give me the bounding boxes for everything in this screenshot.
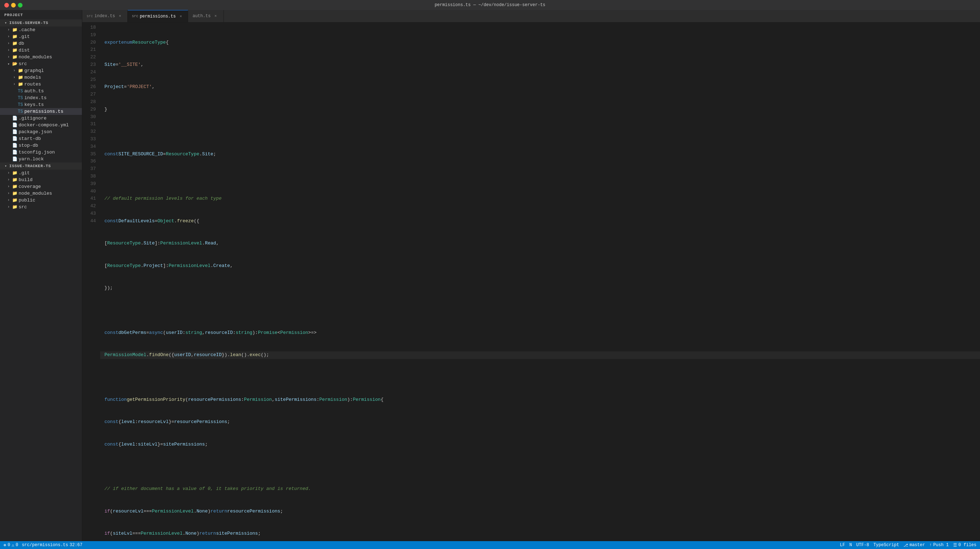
code-line-29: }); — [100, 284, 980, 292]
code-container[interactable]: 1819202122 2324252627 2829303132 3334353… — [82, 22, 980, 541]
sidebar-item-label: start-db — [18, 136, 41, 141]
status-charset[interactable]: UTF-8 — [856, 543, 869, 547]
status-bar: ⊗ 0 ⚠ 0 src/permissions.ts 32:67 LF N UT… — [0, 541, 980, 549]
sidebar-item-label: index.ts — [24, 95, 46, 101]
code-line-27: [ResourceType.Site]: PermissionLevel.Rea… — [100, 240, 980, 247]
editor-area: src index.ts × src permissions.ts × auth… — [82, 10, 980, 541]
folder-icon: 📁 — [11, 191, 18, 196]
folder-icon: 📁 — [11, 204, 18, 210]
chevron-right-icon: › — [6, 48, 11, 52]
tab-auth-ts[interactable]: auth.ts × — [188, 10, 224, 22]
files-icon: ☰ — [953, 543, 957, 548]
sidebar-item-label: .git — [18, 34, 30, 39]
status-files[interactable]: ☰ 0 files — [953, 543, 977, 548]
sidebar-item-label: yarn.lock — [18, 156, 44, 162]
tab-permissions-ts[interactable]: src permissions.ts × — [128, 10, 188, 22]
code-editor[interactable]: export enum ResourceType { Site = '__SIT… — [100, 22, 980, 541]
sidebar-item-node-modules2[interactable]: › 📁 node_modules — [0, 190, 82, 197]
sidebar-item-docker-compose[interactable]: 📄 docker-compose.yml — [0, 122, 82, 128]
chevron-right-icon: › — [6, 55, 11, 59]
chevron-right-icon: › — [11, 75, 17, 80]
window-controls[interactable] — [4, 3, 22, 8]
folder-icon: 📁 — [11, 184, 18, 189]
sidebar-item-stop-db[interactable]: 📄 stop-db — [0, 142, 82, 149]
sidebar-item-label: node_modules — [18, 191, 52, 196]
sidebar-item-label: docker-compose.yml — [18, 122, 69, 128]
close-button[interactable] — [4, 3, 9, 8]
chevron-right-icon: › — [6, 35, 11, 39]
sidebar-item-label: .gitignore — [18, 116, 46, 121]
sidebar-item-src[interactable]: ▾ 📂 src — [0, 61, 82, 67]
tab-index-ts[interactable]: src index.ts × — [82, 10, 128, 22]
sidebar-item-label: graphql — [24, 68, 44, 73]
chevron-right-icon: › — [6, 185, 11, 188]
code-line-18: export enum ResourceType { — [100, 39, 980, 46]
chevron-right-icon: › — [6, 192, 11, 195]
line-numbers: 1819202122 2324252627 2829303132 3334353… — [82, 22, 100, 541]
sidebar-item-auth-ts[interactable]: TS auth.ts — [0, 88, 82, 94]
sidebar-item-build[interactable]: › 📁 build — [0, 176, 82, 183]
status-line-ending[interactable]: LF — [840, 543, 845, 547]
status-git-branch[interactable]: ⎇ master — [904, 543, 925, 547]
sidebar-item-permissions-ts[interactable]: TS permissions.ts — [0, 108, 82, 115]
code-line-32: PermissionModel.findOne({ userID, resour… — [100, 351, 980, 359]
sidebar-item-yarn-lock[interactable]: 📄 yarn.lock — [0, 156, 82, 163]
folder-icon: 📁 — [11, 177, 18, 182]
branch-name: master — [910, 543, 925, 547]
status-language[interactable]: TypeScript — [873, 543, 899, 547]
tab-close-button[interactable]: × — [213, 13, 218, 19]
sidebar-item-dist[interactable]: › 📁 dist — [0, 47, 82, 54]
chevron-right-icon: › — [6, 28, 11, 32]
sidebar-item-src2[interactable]: › 📁 src — [0, 204, 82, 211]
sidebar-item-keys-ts[interactable]: TS keys.ts — [0, 101, 82, 108]
tab-close-button[interactable]: × — [117, 13, 123, 19]
sidebar-item-routes[interactable]: › 📁 routes — [0, 81, 82, 88]
chevron-right-icon: › — [6, 171, 11, 175]
sidebar-item-db[interactable]: › 📁 db — [0, 40, 82, 47]
maximize-button[interactable] — [18, 3, 22, 8]
status-encoding-n[interactable]: N — [850, 543, 852, 547]
warning-count: 0 — [16, 543, 18, 547]
current-file-label: src/permissions.ts — [22, 543, 68, 547]
sidebar-item-tsconfig[interactable]: 📄 tsconfig.json — [0, 149, 82, 156]
sidebar-item-public[interactable]: › 📁 public — [0, 197, 82, 204]
typescript-file-icon: TS — [17, 102, 24, 107]
sidebar-item-git[interactable]: › 📁 .git — [0, 33, 82, 40]
code-line-21: } — [100, 106, 980, 113]
status-push[interactable]: ↑ Push 1 — [929, 543, 948, 547]
sidebar-item-index-ts[interactable]: TS index.ts — [0, 94, 82, 101]
git-branch-icon: ⎇ — [904, 543, 908, 547]
sidebar-item-models[interactable]: › 📁 models — [0, 74, 82, 81]
sidebar-item-node-modules[interactable]: › 📁 node_modules — [0, 54, 82, 61]
chevron-right-icon: › — [6, 205, 11, 209]
sidebar-item-gitignore[interactable]: 📄 .gitignore — [0, 115, 82, 122]
sidebar-item-cache[interactable]: › 📁 .cache — [0, 27, 82, 33]
typescript-file-icon: TS — [17, 109, 24, 114]
code-line-31: const dbGetPerms = async (userID: string… — [100, 329, 980, 337]
sidebar-item-label: .cache — [18, 27, 35, 33]
sidebar-item-label: routes — [24, 81, 41, 87]
code-line-19: Site = '__SITE', — [100, 61, 980, 69]
sidebar-item-label: auth.ts — [24, 88, 44, 94]
sidebar-item-package-json[interactable]: 📄 package.json — [0, 128, 82, 135]
folder-icon: 📁 — [11, 34, 18, 39]
sidebar-item-label: coverage — [18, 184, 41, 189]
sidebar-item-issue-server-ts[interactable]: ▾ ISSUE-SERVER-TS — [0, 19, 82, 27]
sidebar: PROJECT ▾ ISSUE-SERVER-TS › 📁 .cache › 📁… — [0, 10, 82, 541]
chevron-right-icon: › — [6, 178, 11, 182]
sidebar-item-label: src — [18, 61, 27, 67]
chevron-down-icon: ▾ — [3, 164, 9, 168]
status-errors[interactable]: ⊗ 0 ⚠ 0 — [3, 543, 18, 548]
code-line-40: if (siteLvl === PermissionLevel.None) re… — [100, 530, 980, 538]
chevron-right-icon: › — [11, 82, 17, 86]
sidebar-item-start-db[interactable]: 📄 start-db — [0, 135, 82, 142]
minimize-button[interactable] — [11, 3, 16, 8]
sidebar-item-issue-tracker-ts[interactable]: ▾ ISSUE-TRACKER-TS — [0, 163, 82, 170]
tab-close-button[interactable]: × — [178, 14, 183, 19]
sidebar-item-graphql[interactable]: › 📁 graphql — [0, 67, 82, 74]
sidebar-item-coverage[interactable]: › 📁 coverage — [0, 183, 82, 190]
code-line-35: const { level: resourceLvl } = resourceP… — [100, 418, 980, 426]
sidebar-item-git2[interactable]: › 📁 .git — [0, 170, 82, 176]
error-icon: ⊗ — [3, 543, 6, 548]
sidebar-item-label: build — [18, 177, 33, 182]
